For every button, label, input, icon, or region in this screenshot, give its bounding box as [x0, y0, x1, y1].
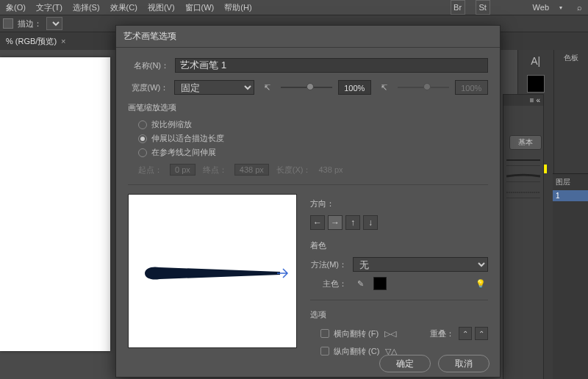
close-icon[interactable]: ×	[61, 37, 65, 46]
brush-stroke-preview	[142, 264, 289, 282]
document-tab-label: % (RGB/预览)	[6, 36, 57, 47]
scale-section-label: 画笔缩放选项	[128, 102, 488, 113]
name-label: 名称(N)：	[128, 60, 169, 71]
document-tab[interactable]: % (RGB/预览) ×	[6, 36, 66, 47]
width-value-1[interactable]: 100%	[338, 80, 371, 95]
overlap-none-button[interactable]: ⌃	[459, 327, 472, 340]
brush-preset[interactable]	[506, 154, 540, 166]
brush-preset[interactable]	[506, 170, 540, 182]
search-icon[interactable]: ⌕	[577, 3, 582, 12]
dialog-title: 艺术画笔选项	[116, 26, 500, 48]
brush-name-input[interactable]	[175, 58, 488, 73]
flip-h-label: 横向翻转 (F)	[334, 328, 379, 339]
width-slider-1[interactable]	[281, 80, 332, 95]
menu-select[interactable]: 选择(S)	[73, 2, 100, 13]
menubar: 象(O) 文字(T) 选择(S) 效果(C) 视图(V) 窗口(W) 帮助(H)…	[0, 0, 588, 15]
scale-option-guides[interactable]: 在参考线之间伸展	[138, 147, 488, 158]
overlap-yes-button[interactable]: ⌃	[475, 327, 488, 340]
direction-left-button[interactable]: ←	[310, 215, 325, 230]
stroke-label: 描边：	[18, 18, 42, 29]
colorization-label: 着色	[310, 240, 488, 251]
method-label: 方法(M)：	[310, 259, 347, 270]
layers-panel: 图层 1	[553, 173, 588, 379]
tips-icon[interactable]: 💡	[473, 276, 488, 291]
fill-swatch[interactable]	[3, 18, 13, 29]
key-color-label: 主色：	[310, 278, 347, 289]
flip-horizontal-checkbox[interactable]	[320, 329, 329, 338]
stock-button[interactable]: St	[476, 0, 490, 15]
layer-row[interactable]: 1	[553, 190, 588, 201]
artboard	[0, 57, 110, 351]
brushes-basic-tab[interactable]: 基本	[509, 135, 542, 150]
divider	[128, 184, 488, 185]
art-brush-options-dialog: 艺术画笔选项 名称(N)： 宽度(W)： 固定 ↸ 100% ↸ 100% 画笔…	[115, 25, 501, 378]
menu-object[interactable]: 象(O)	[6, 2, 26, 13]
stroke-weight-select[interactable]	[46, 17, 62, 30]
workspace-switcher[interactable]: Web	[533, 3, 549, 12]
menu-type[interactable]: 文字(T)	[36, 2, 62, 13]
flip-vertical-checkbox[interactable]	[320, 347, 329, 355]
eyedropper-icon[interactable]: ✎	[353, 276, 368, 291]
menu-view[interactable]: 视图(V)	[148, 2, 175, 13]
ok-button[interactable]: 确定	[379, 355, 431, 372]
key-color-swatch[interactable]	[373, 277, 387, 290]
overlap-label: 重叠：	[430, 328, 454, 339]
flip-h-icon: ▷◁	[383, 326, 398, 341]
swatches-tab[interactable]: 色板	[564, 53, 578, 63]
width-slider-2[interactable]	[398, 80, 449, 95]
guide-values-row: 起点：0 px 终点：438 px 长度(X)：438 px	[138, 164, 488, 176]
brush-preview	[128, 194, 297, 348]
brushes-panel: ≡ « 基本	[503, 94, 544, 379]
chevron-down-icon: ▾	[559, 4, 562, 11]
scale-option-stretch[interactable]: 伸展以适合描边长度	[138, 133, 488, 144]
bridge-button[interactable]: Br	[451, 0, 465, 15]
colorization-method-select[interactable]: 无	[353, 257, 488, 272]
flip-v-label: 纵向翻转 (C)	[334, 346, 379, 357]
brush-preset[interactable]	[506, 187, 540, 198]
cancel-button[interactable]: 取消	[438, 355, 490, 372]
options-label: 选项	[310, 309, 488, 320]
direction-label: 方向：	[310, 198, 488, 209]
width-profile-right-icon[interactable]: ↸	[377, 80, 392, 95]
width-profile-left-icon[interactable]: ↸	[260, 80, 275, 95]
radio-label: 按比例缩放	[151, 119, 192, 130]
scale-option-proportional[interactable]: 按比例缩放	[138, 119, 488, 130]
layers-tab[interactable]: 图层	[553, 174, 588, 190]
menu-window[interactable]: 窗口(W)	[185, 2, 215, 13]
color-swatch[interactable]	[527, 75, 545, 93]
width-value-2: 100%	[455, 80, 488, 95]
direction-up-button[interactable]: ↑	[345, 215, 360, 230]
menu-help[interactable]: 帮助(H)	[224, 2, 251, 13]
panel-menu-icon[interactable]: ≡ «	[503, 95, 543, 106]
divider	[310, 300, 488, 300]
direction-right-button[interactable]: →	[328, 215, 343, 230]
width-label: 宽度(W)：	[128, 82, 168, 93]
radio-label: 伸展以适合描边长度	[151, 133, 224, 144]
menu-effect[interactable]: 效果(C)	[110, 2, 137, 13]
width-mode-select[interactable]: 固定	[174, 80, 254, 95]
type-tool-icon[interactable]: A|	[528, 53, 544, 69]
direction-down-button[interactable]: ↓	[363, 215, 378, 230]
radio-label: 在参考线之间伸展	[151, 147, 216, 158]
